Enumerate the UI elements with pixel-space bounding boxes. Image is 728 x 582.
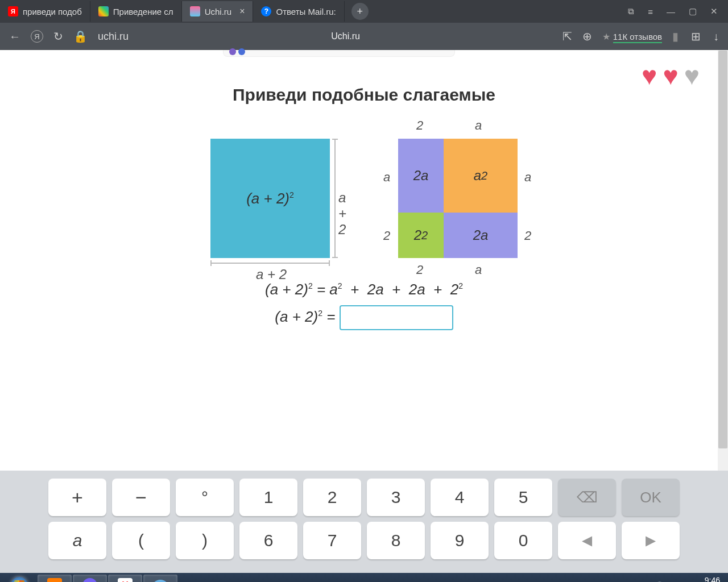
key-rparen[interactable]: ) <box>176 522 234 559</box>
start-button[interactable] <box>2 575 36 582</box>
taskbar-app-1[interactable] <box>38 575 72 582</box>
taskbar-app-2[interactable] <box>73 575 107 582</box>
tab-label: Ответы Mail.ru: <box>276 7 336 16</box>
key-7[interactable]: 7 <box>303 522 361 559</box>
share-icon[interactable]: ⇱ <box>562 30 572 43</box>
tab-2[interactable]: Uchi.ru × <box>182 1 254 22</box>
dim-bottom-left: 2 <box>416 263 423 277</box>
page-title: Uchi.ru <box>139 31 552 41</box>
extensions-icon[interactable]: ⊞ <box>691 30 701 43</box>
key-a[interactable]: a <box>48 522 106 559</box>
uchi-icon <box>190 6 200 16</box>
minimize-button[interactable]: — <box>667 7 675 16</box>
key-lparen[interactable]: ( <box>112 522 170 559</box>
answer-input[interactable] <box>340 305 453 330</box>
close-icon[interactable]: × <box>239 6 245 16</box>
key-backspace[interactable]: ⌫ <box>558 479 616 516</box>
key-6[interactable]: 6 <box>239 522 297 559</box>
cell-2-squared: 22 <box>398 213 444 258</box>
expansion-grid: 2a a2 22 2a <box>398 139 518 258</box>
page-content: ♥ ♥ ♥ Приведи подобные слагаемые (a + 2)… <box>0 50 728 471</box>
tab-1[interactable]: Приведение сл <box>90 1 182 22</box>
zoom-icon[interactable]: ⊕ <box>582 30 592 43</box>
heart-icon: ♥ <box>642 63 657 89</box>
dim-bottom-right: a <box>475 263 482 277</box>
task-title: Приведи подобные слагаемые <box>0 85 728 105</box>
back-button[interactable]: ← <box>9 30 20 43</box>
tab-label: приведи подоб <box>23 7 82 16</box>
equation-answer: (a + 2)2 = <box>0 305 728 330</box>
clock[interactable]: 9:46 06.02.2022 <box>680 576 720 582</box>
windows-taskbar: Y ▲ 🔊 ⊑ 9:46 06.02.2022 <box>0 573 728 582</box>
key-degree[interactable]: ° <box>176 479 234 516</box>
mailru-icon: ? <box>261 6 271 16</box>
cell-2a-bottom: 2a <box>444 213 518 258</box>
key-4[interactable]: 4 <box>431 479 489 516</box>
progress-bar <box>223 50 455 57</box>
window-controls: ⧉ ≡ — ▢ ✕ <box>618 6 728 16</box>
scrollbar[interactable] <box>718 50 728 471</box>
heart-icon: ♥ <box>684 63 700 89</box>
bookmark-icon[interactable]: ▮ <box>672 30 679 43</box>
onscreen-keyboard: + − ° 1 2 3 4 5 ⌫ OK a ( ) 6 7 8 9 0 ◄ ► <box>0 471 728 573</box>
close-button[interactable]: ✕ <box>710 6 718 16</box>
key-8[interactable]: 8 <box>367 522 425 559</box>
key-ok[interactable]: OK <box>622 479 680 516</box>
key-5[interactable]: 5 <box>494 479 552 516</box>
dim-left-top: a <box>383 170 390 185</box>
square-expression: (a + 2)2 <box>246 190 294 207</box>
panels-icon[interactable]: ⧉ <box>628 6 634 16</box>
lives-indicator: ♥ ♥ ♥ <box>642 63 700 89</box>
dim-label-bottom: a + 2 <box>256 267 287 282</box>
key-0[interactable]: 0 <box>494 522 552 559</box>
heart-icon: ♥ <box>663 63 678 89</box>
lock-icon: 🔒 <box>73 30 88 43</box>
reviews-badge[interactable]: ★ 11К отзывов <box>602 31 662 42</box>
tab-3[interactable]: ? Ответы Mail.ru: <box>253 1 344 22</box>
dim-right-bottom: 2 <box>524 228 531 243</box>
browser-address-bar: ← Я ↻ 🔒 uchi.ru Uchi.ru ⇱ ⊕ ★ 11К отзыво… <box>0 23 728 50</box>
new-tab-button[interactable]: + <box>351 3 369 20</box>
dim-top-right: a <box>475 118 482 133</box>
taskbar-app-4[interactable] <box>143 575 177 582</box>
key-right[interactable]: ► <box>622 522 680 559</box>
tab-label: Uchi.ru <box>205 7 232 16</box>
system-tray: ▲ 🔊 ⊑ 9:46 06.02.2022 <box>642 576 726 582</box>
equation-block: (a + 2)2 = a2 + 2a + 2a + 22 (a + 2)2 = <box>0 281 728 330</box>
left-figure: (a + 2)2 a + 2 a + 2 <box>210 139 330 258</box>
site-icon <box>98 6 109 16</box>
square-aplus2: (a + 2)2 <box>210 139 330 258</box>
yandex-icon: Я <box>8 6 18 16</box>
dim-top-left: 2 <box>416 118 423 133</box>
cell-a-squared: a2 <box>444 139 518 213</box>
right-figure: 2 a a 2 a 2 2 a 2a a2 22 2a <box>398 139 518 258</box>
dim-right-top: a <box>524 170 531 185</box>
tab-0[interactable]: Я приведи подоб <box>0 1 90 22</box>
browser-tab-strip: Я приведи подоб Приведение сл Uchi.ru × … <box>0 0 728 23</box>
key-2[interactable]: 2 <box>303 479 361 516</box>
key-plus[interactable]: + <box>48 479 106 516</box>
key-minus[interactable]: − <box>112 479 170 516</box>
key-9[interactable]: 9 <box>431 522 489 559</box>
reload-button[interactable]: ↻ <box>53 30 63 43</box>
yandex-button[interactable]: Я <box>31 30 43 43</box>
cell-2a-top: 2a <box>398 139 444 213</box>
maximize-button[interactable]: ▢ <box>689 6 697 16</box>
equation-expanded: (a + 2)2 = a2 + 2a + 2a + 22 <box>0 281 728 298</box>
url-text[interactable]: uchi.ru <box>98 31 129 43</box>
key-3[interactable]: 3 <box>367 479 425 516</box>
tab-label: Приведение сл <box>113 7 173 16</box>
downloads-icon[interactable]: ↓ <box>713 30 719 43</box>
dim-left-bottom: 2 <box>383 228 390 243</box>
dim-label-right: a + 2 <box>338 190 346 238</box>
taskbar-app-3[interactable]: Y <box>108 575 142 582</box>
key-left[interactable]: ◄ <box>558 522 616 559</box>
figures-row: (a + 2)2 a + 2 a + 2 2 a a 2 a 2 2 a 2a … <box>0 139 728 258</box>
menu-icon[interactable]: ≡ <box>648 7 653 16</box>
key-1[interactable]: 1 <box>239 479 297 516</box>
